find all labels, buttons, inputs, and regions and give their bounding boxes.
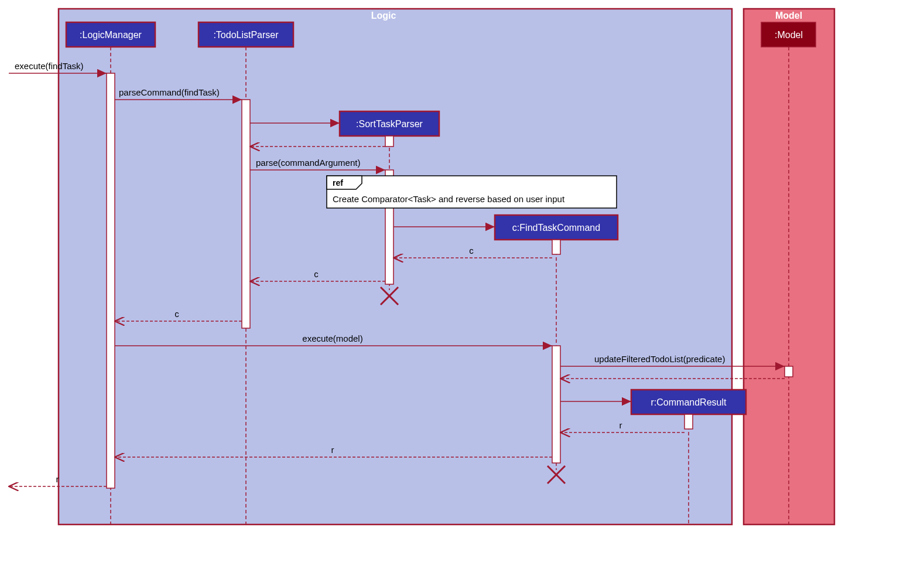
msg-return-r2-label: r (331, 445, 334, 455)
activation-commandresult (685, 414, 693, 429)
msg-execute-in-label: execute(findTask) (15, 61, 84, 71)
ref-label: ref (333, 178, 343, 188)
msg-return-out-label: r (56, 474, 59, 484)
msg-execute-model-label: execute(model) (302, 333, 362, 343)
msg-return-c2-label: c (314, 269, 319, 279)
ref-text: Create Comparator<Task> and reverse base… (333, 194, 565, 204)
activation-findtaskcommand-2 (552, 346, 560, 463)
sequence-diagram: Logic Model :LogicManager :TodoListParse… (6, 6, 924, 562)
participant-model-label: :Model (775, 30, 803, 40)
participant-commandresult-label: r:CommandResult (651, 397, 727, 407)
activation-model (785, 366, 793, 377)
activation-logicmanager (107, 73, 115, 488)
participant-sorttaskparser-label: :SortTaskParser (356, 119, 423, 129)
participant-findtaskcommand-label: c:FindTaskCommand (512, 223, 600, 233)
activation-sorttaskparser-1 (385, 136, 393, 147)
frame-model-label: Model (775, 11, 802, 21)
activation-findtaskcommand-1 (552, 240, 560, 254)
msg-return-c1-label: c (469, 246, 474, 256)
frame-logic (59, 9, 732, 524)
participant-todolistparser-label: :TodoListParser (213, 30, 279, 40)
msg-return-c3-label: c (174, 309, 179, 319)
ref-tab (327, 176, 362, 189)
msg-parse-label: parse(commandArgument) (256, 158, 360, 168)
msg-parsecommand-label: parseCommand(findTask) (119, 87, 220, 97)
activation-todolistparser (242, 100, 250, 328)
frame-logic-label: Logic (371, 11, 396, 21)
msg-updatefiltered-label: updateFilteredTodoList(predicate) (594, 354, 725, 364)
participant-logicmanager-label: :LogicManager (80, 30, 142, 40)
msg-return-r1-label: r (620, 420, 622, 430)
